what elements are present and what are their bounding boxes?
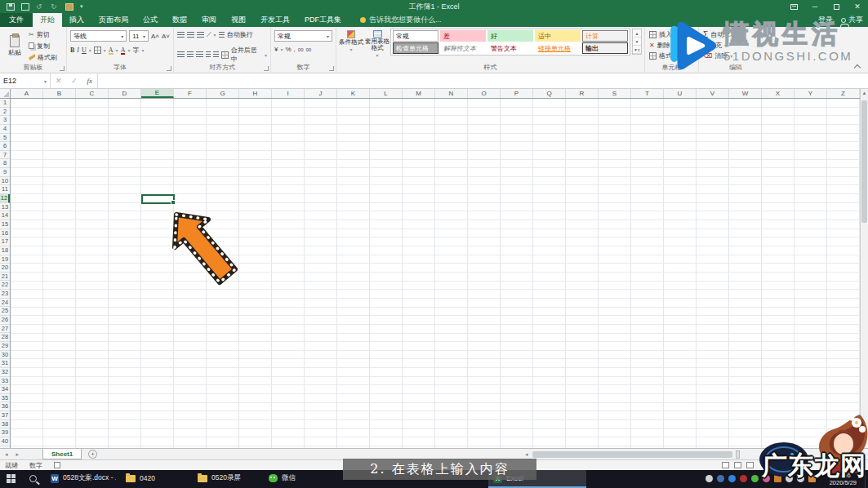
row-header-5[interactable]: 5	[0, 134, 10, 143]
sign-in-link[interactable]: 登录	[818, 15, 833, 25]
vertical-scrollbar[interactable]: ▲ ▼	[860, 89, 868, 448]
cell-style-输出[interactable]: 输出	[582, 42, 628, 54]
column-header-A[interactable]: A	[11, 89, 43, 98]
column-header-D[interactable]: D	[109, 89, 141, 98]
email-icon[interactable]	[65, 3, 73, 11]
row-header-23[interactable]: 23	[0, 290, 10, 299]
alignment-dialog-launcher[interactable]	[264, 66, 269, 71]
row-header-17[interactable]: 17	[0, 237, 10, 246]
notification-icon[interactable]	[808, 475, 816, 482]
decrease-indent-icon[interactable]	[206, 51, 211, 58]
scroll-left-icon[interactable]: ◂	[523, 451, 531, 458]
collapse-ribbon-icon[interactable]	[854, 64, 861, 71]
increase-decimal-button[interactable]: 00	[298, 47, 304, 52]
column-header-R[interactable]: R	[566, 89, 599, 98]
phonetic-icon[interactable]: 字	[132, 46, 139, 55]
row-header-24[interactable]: 24	[0, 299, 10, 308]
gallery-more-icon[interactable]: ▼≡	[633, 46, 641, 54]
app-blue-icon[interactable]	[717, 475, 724, 482]
taskbar-search-icon[interactable]	[29, 475, 37, 482]
gallery-up-icon[interactable]: ▲	[633, 29, 641, 38]
column-header-G[interactable]: G	[207, 89, 239, 98]
column-header-W[interactable]: W	[729, 89, 762, 98]
column-header-U[interactable]: U	[664, 89, 697, 98]
app-pink-icon[interactable]	[763, 475, 770, 482]
hidden-icons-icon[interactable]	[706, 475, 713, 482]
tab-审阅[interactable]: 审阅	[194, 13, 224, 27]
tab-开始[interactable]: 开始	[33, 13, 62, 27]
row-header-28[interactable]: 28	[0, 333, 10, 342]
minimize-button[interactable]: ─	[804, 0, 826, 13]
taskbar-item-0520录屏[interactable]: 0520录屏	[193, 470, 263, 488]
percent-style-button[interactable]: %	[285, 46, 291, 53]
merge-center-button[interactable]: 合并后居中	[231, 46, 262, 64]
show-desktop-button[interactable]	[865, 470, 868, 488]
orientation-icon[interactable]: ⟋	[207, 31, 211, 39]
row-header-21[interactable]: 21	[0, 273, 10, 282]
row-header-15[interactable]: 15	[0, 220, 10, 229]
increase-indent-icon[interactable]	[213, 51, 219, 58]
row-header-2[interactable]: 2	[0, 108, 10, 117]
add-sheet-button[interactable]: +	[88, 450, 97, 459]
selected-cell-E12[interactable]	[141, 194, 175, 204]
column-header-V[interactable]: V	[697, 89, 729, 98]
scroll-up-icon[interactable]: ▲	[861, 91, 868, 95]
column-header-P[interactable]: P	[501, 89, 533, 98]
conditional-formatting-button[interactable]: 条件格式 ▾	[338, 29, 364, 53]
customize-qat-icon[interactable]: ▾	[80, 3, 88, 11]
column-header-Z[interactable]: Z	[827, 89, 860, 98]
tab-file[interactable]: 文件	[0, 13, 33, 27]
autosum-button[interactable]: Σ自动求和▾	[703, 30, 741, 39]
redo-icon[interactable]: ↻	[51, 3, 59, 11]
row-header-4[interactable]: 4	[0, 125, 10, 134]
row-header-18[interactable]: 18	[0, 246, 10, 255]
column-header-O[interactable]: O	[468, 89, 501, 98]
row-header-26[interactable]: 26	[0, 316, 10, 325]
grow-font-icon[interactable]: A˄	[151, 33, 159, 40]
insert-cells-button[interactable]: 插入▾	[649, 30, 677, 39]
number-dialog-launcher[interactable]	[329, 66, 334, 71]
start-button[interactable]	[7, 474, 16, 484]
tab-插入[interactable]: 插入	[62, 13, 91, 27]
row-header-40[interactable]: 40	[0, 437, 10, 446]
row-header-32[interactable]: 32	[0, 368, 10, 377]
column-header-K[interactable]: K	[337, 89, 370, 98]
column-header-X[interactable]: X	[762, 89, 795, 98]
column-header-E[interactable]: E	[141, 89, 174, 98]
ime-indicator-icon[interactable]	[774, 475, 781, 482]
cell-style-差[interactable]: 差	[440, 30, 486, 42]
column-header-N[interactable]: N	[435, 89, 468, 98]
cell-style-好[interactable]: 好	[487, 30, 533, 42]
column-header-L[interactable]: L	[370, 89, 403, 98]
macro-record-icon[interactable]	[54, 462, 60, 468]
row-header-9[interactable]: 9	[0, 168, 10, 177]
page-break-view-icon[interactable]	[746, 462, 754, 468]
row-header-1[interactable]: 1	[0, 99, 10, 108]
row-header-35[interactable]: 35	[0, 394, 10, 403]
clipboard-dialog-launcher[interactable]	[60, 66, 65, 71]
column-header-C[interactable]: C	[76, 89, 109, 98]
row-header-31[interactable]: 31	[0, 359, 10, 368]
row-header-30[interactable]: 30	[0, 351, 10, 360]
number-format-select[interactable]: 常规▾	[274, 30, 332, 42]
row-header-34[interactable]: 34	[0, 385, 10, 394]
tab-开发工具[interactable]: 开发工具	[253, 13, 297, 27]
fill-button[interactable]: ↓填充▾	[703, 41, 741, 50]
save-icon[interactable]	[7, 3, 15, 11]
taskbar-item-0528文案.docx - ...[interactable]: W0528文案.docx - ...	[46, 470, 121, 488]
cell-style-常规[interactable]: 常规	[393, 30, 438, 42]
horizontal-scroll-thumb[interactable]	[532, 451, 732, 458]
row-header-14[interactable]: 14	[0, 211, 10, 220]
name-box[interactable]: E12 ▾	[0, 73, 51, 88]
bold-button[interactable]: B	[70, 47, 74, 54]
fill-color-icon[interactable]: A	[109, 47, 114, 54]
row-header-8[interactable]: 8	[0, 159, 10, 168]
clear-button[interactable]: ⌫清除▾	[703, 51, 741, 60]
scroll-right-icon[interactable]: ▸	[852, 451, 860, 458]
formula-input[interactable]	[98, 73, 868, 88]
wechat-tray-icon[interactable]	[751, 475, 759, 482]
align-top-icon[interactable]	[177, 32, 185, 38]
column-header-Q[interactable]: Q	[533, 89, 566, 98]
cells-area[interactable]	[11, 99, 860, 448]
column-header-I[interactable]: I	[272, 89, 305, 98]
